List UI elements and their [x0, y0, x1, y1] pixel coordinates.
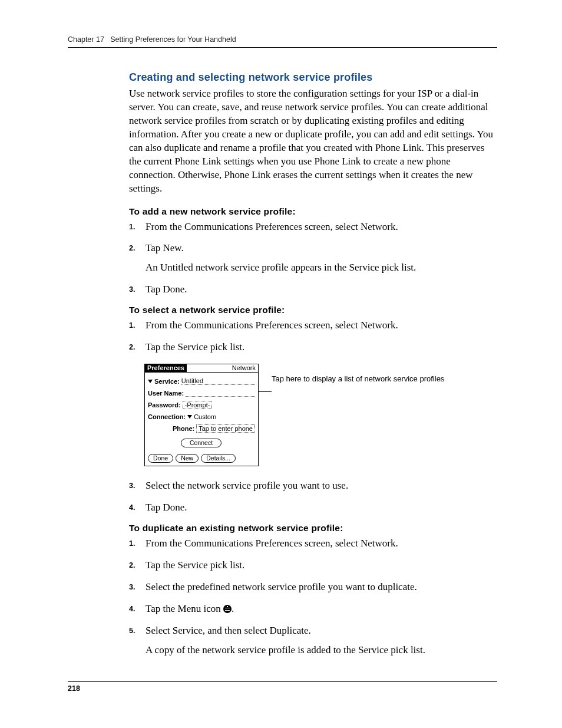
connect-button[interactable]: Connect — [181, 439, 222, 447]
chapter-title: Setting Preferences for Your Handheld — [110, 35, 236, 44]
proc-select-heading: To select a network service profile: — [129, 305, 497, 315]
connection-value[interactable]: Custom — [194, 413, 216, 420]
step-text: Tap Done. — [146, 501, 497, 515]
password-label: Password: — [148, 402, 181, 409]
service-label: Service: — [154, 378, 180, 385]
screenshot-row: Preferences Network Service: Untitled Us… — [144, 364, 497, 466]
step-text: From the Communications Preferences scre… — [146, 537, 497, 551]
proc-dup-heading: To duplicate an existing network service… — [129, 523, 497, 533]
done-button[interactable]: Done — [148, 454, 173, 463]
step-text: Select the predefined network service pr… — [146, 581, 497, 594]
step-text: Tap New. — [146, 242, 497, 255]
proc-dup-steps: From the Communications Preferences scre… — [129, 537, 497, 657]
callout-line — [259, 391, 272, 392]
new-button[interactable]: New — [176, 454, 199, 463]
page-number: 218 — [68, 681, 497, 693]
header-rule — [68, 47, 497, 48]
step-text: Tap the Service pick list. — [146, 341, 497, 354]
connection-label: Connection: — [148, 414, 186, 420]
step-text: Tap Done. — [146, 283, 497, 297]
palm-title-right[interactable]: Network — [230, 364, 258, 373]
step-text: From the Communications Preferences scre… — [146, 319, 497, 332]
details-button[interactable]: Details... — [201, 454, 236, 463]
palm-screenshot: Preferences Network Service: Untitled Us… — [144, 364, 259, 466]
username-label: User Name: — [148, 390, 184, 397]
phone-label: Phone: — [173, 426, 194, 432]
dropdown-icon[interactable] — [148, 380, 153, 383]
menu-icon — [223, 605, 232, 613]
step-text: From the Communications Preferences scre… — [146, 220, 497, 234]
step-text: Tap the Menu icon . — [146, 602, 497, 616]
step-text: Select the network service profile you w… — [146, 479, 497, 493]
callout-text: Tap here to display a list of network se… — [272, 374, 444, 384]
chapter-label: Chapter 17 — [68, 35, 104, 44]
proc-add-steps: From the Communications Preferences scre… — [129, 220, 497, 297]
password-field[interactable]: -Prompt- — [183, 401, 213, 409]
step-subtext: An Untitled network service profile appe… — [146, 261, 497, 275]
username-field[interactable] — [186, 390, 255, 397]
proc-select-steps: From the Communications Preferences scre… — [129, 319, 497, 354]
step-text: Select Service, and then select Duplicat… — [146, 624, 497, 638]
section-intro: Use network service profiles to store th… — [129, 87, 497, 196]
dropdown-icon[interactable] — [187, 415, 192, 419]
section-heading: Creating and selecting network service p… — [129, 71, 497, 84]
running-header: Chapter 17 Setting Preferences for Your … — [68, 35, 497, 47]
proc-select-steps-b: Select the network service profile you w… — [129, 479, 497, 515]
service-value[interactable]: Untitled — [181, 377, 203, 384]
proc-add-heading: To add a new network service profile: — [129, 206, 497, 217]
step-subtext: A copy of the network service profile is… — [146, 644, 497, 657]
phone-field[interactable]: Tap to enter phone — [196, 424, 255, 433]
palm-title-left: Preferences — [145, 364, 187, 373]
step-text: Tap the Service pick list. — [146, 559, 497, 572]
